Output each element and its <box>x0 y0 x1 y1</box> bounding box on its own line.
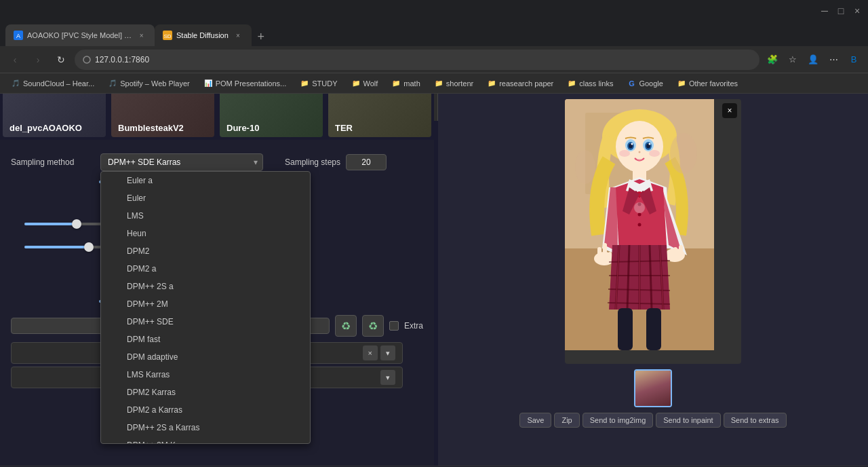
bookmark-study[interactable]: 📁 STUDY <box>294 77 342 90</box>
dropdown-item-dpm2akarras-label: DPM2 a Karras <box>127 405 182 415</box>
research-icon: 📁 <box>487 79 496 88</box>
tab-label-aoaoko: AOAOKO [PVC Style Model] - PV... <box>27 31 133 39</box>
save-button[interactable]: Save <box>519 413 551 428</box>
model-card-2[interactable]: BumblesteakV2 <box>111 94 214 137</box>
back-button[interactable]: ‹ <box>5 50 24 69</box>
sampling-method-list: Euler a Euler LMS <box>100 171 311 444</box>
dropdown-item-dpmadaptive[interactable]: DPM adaptive <box>101 348 310 366</box>
bookmark-spotify[interactable]: 🎵 Spotify – Web Player <box>102 77 195 90</box>
forward-button[interactable]: › <box>28 50 47 69</box>
bookmark-soundcloud-label: SoundCloud – Hear... <box>23 79 94 88</box>
extensions-icon[interactable]: 🧩 <box>764 51 781 69</box>
recycle-icon-btn[interactable]: ♻ <box>362 315 384 337</box>
thumbnail-1[interactable] <box>634 369 672 407</box>
expand-collapse-btn[interactable]: ▾ <box>380 345 395 360</box>
svg-point-50 <box>670 133 697 174</box>
bookmark-math[interactable]: 📁 math <box>386 77 425 90</box>
new-tab-button[interactable]: + <box>252 27 271 46</box>
bookmark-star-icon[interactable]: ☆ <box>784 51 802 69</box>
fix-slider[interactable] <box>24 219 106 229</box>
bookmark-wolf[interactable]: 📁 Wolf <box>346 77 384 90</box>
bookmark-spotify-label: Spotify – Web Player <box>120 79 190 88</box>
right-panel: × <box>438 94 868 466</box>
image-close-button[interactable]: × <box>722 103 737 118</box>
tab-close-sd[interactable]: × <box>233 30 243 41</box>
model-card-4[interactable]: TER <box>328 94 431 137</box>
dropdown-item-euler-a[interactable]: Euler a <box>101 172 310 189</box>
dropdown-item-dpmpp2sakarras[interactable]: DPM++ 2S a Karras <box>101 419 310 436</box>
address-bar[interactable]: 127.0.0.1:7860 <box>75 50 760 70</box>
dropdown-item-dpmpp2sa[interactable]: DPM++ 2S a <box>101 278 310 295</box>
dropdown-list-inner[interactable]: Euler a Euler LMS <box>101 172 310 443</box>
dropdown-item-dpmpp2mkarras[interactable]: DPM++ 2M Karras <box>101 436 310 443</box>
svg-point-49 <box>634 202 645 213</box>
tab-bar: A AOAOKO [PVC Style Model] - PV... × SD … <box>0 22 868 46</box>
svg-point-17 <box>631 143 633 145</box>
dropdown-item-dpmfast-label: DPM fast <box>127 335 160 344</box>
dropdown-item-dpmpp2sakarras-label: DPM++ 2S a Karras <box>127 423 199 432</box>
model-card-3[interactable]: Dure-10 <box>220 94 323 137</box>
svg-point-51 <box>575 150 595 184</box>
svg-rect-29 <box>603 243 607 261</box>
dropdown-item-dpmfast[interactable]: DPM fast <box>101 331 310 348</box>
bookmark-classlinks[interactable]: 📁 class links <box>561 77 618 90</box>
dropdown-item-dpmpp2m[interactable]: DPM++ 2M <box>101 295 310 313</box>
bookmark-google[interactable]: G Google <box>621 77 668 90</box>
close-window-button[interactable]: × <box>852 5 863 16</box>
google-icon: G <box>627 79 636 88</box>
collapse-icons: × ▾ <box>363 345 395 360</box>
character-image <box>565 99 714 350</box>
svg-text:SD: SD <box>163 33 171 39</box>
bookmark-shortenr[interactable]: 📁 shortenr <box>429 77 479 90</box>
spotify-icon: 🎵 <box>108 79 117 88</box>
dropdown-item-lmskarras-label: LMS Karras <box>127 370 170 379</box>
dropdown-item-dpm2[interactable]: DPM2 <box>101 242 310 260</box>
size-slider-left[interactable] <box>24 242 106 253</box>
tab-close-aoaoko[interactable]: × <box>137 30 146 41</box>
bookmark-research[interactable]: 📁 reasearch paper <box>481 77 559 90</box>
dropdown-item-euler[interactable]: Euler <box>101 189 310 207</box>
profile-icon[interactable]: 👤 <box>804 51 822 69</box>
model-card-2-label: BumblesteakV2 <box>118 123 184 133</box>
svg-point-10 <box>616 121 663 172</box>
bookmark-other[interactable]: 📁 Other favorites <box>671 77 743 90</box>
dropdown-item-dpm2karras-label: DPM2 Karras <box>127 388 176 397</box>
close-collapse-btn[interactable]: × <box>363 345 378 360</box>
dropdown-item-lmskarras[interactable]: LMS Karras <box>101 366 310 384</box>
bookmark-soundcloud[interactable]: 🎵 SoundCloud – Hear... <box>5 77 100 90</box>
dropdown-item-lms[interactable]: LMS <box>101 207 310 225</box>
dropdown-item-dpm2a[interactable]: DPM2 a <box>101 260 310 278</box>
refresh-button[interactable]: ↻ <box>52 50 71 69</box>
minimize-button[interactable]: ─ <box>819 5 830 16</box>
dropdown-item-dpm2-label: DPM2 <box>127 246 149 256</box>
tab-stable-diffusion[interactable]: SD Stable Diffusion × <box>155 24 252 46</box>
bing-icon[interactable]: B <box>845 51 863 69</box>
bookmark-math-label: math <box>403 79 420 88</box>
bookmark-pom[interactable]: 📊 POM Presentations... <box>198 77 292 90</box>
tab-aoaoko[interactable]: A AOAOKO [PVC Style Model] - PV... × <box>5 24 155 46</box>
send-to-inpaint-button[interactable]: Send to inpaint <box>656 413 720 428</box>
dropdown-item-dpmppsde-label: DPM++ SDE <box>127 317 174 326</box>
bookmark-shortenr-label: shortenr <box>446 79 473 88</box>
bookmark-study-label: STUDY <box>312 79 337 88</box>
maximize-button[interactable]: □ <box>835 5 846 16</box>
sampling-steps-value[interactable]: 20 <box>346 154 387 170</box>
extra-label: Extra <box>404 321 423 331</box>
sampling-method-dropdown[interactable]: DPM++ SDE Karras ▾ Euler a <box>100 153 263 171</box>
send-to-extras-button[interactable]: Send to extras <box>724 413 787 428</box>
menu-icon[interactable]: ⋯ <box>825 51 842 69</box>
dropdown-item-dpmpp2m-label: DPM++ 2M <box>127 299 168 309</box>
dice-icon-btn[interactable]: ♻ <box>335 315 357 337</box>
dropdown-item-dpmppsde[interactable]: DPM++ SDE <box>101 313 310 331</box>
extra-checkbox[interactable] <box>389 321 399 331</box>
send-to-img2img-button[interactable]: Send to img2img <box>583 413 654 428</box>
dropdown-item-dpm2akarras[interactable]: DPM2 a Karras <box>101 401 310 419</box>
model-card-1[interactable]: del_pvcAOAOKO <box>3 94 106 137</box>
zip-button[interactable]: Zip <box>554 413 579 428</box>
scripts-expand-btn[interactable]: ▾ <box>380 370 395 385</box>
svg-point-18 <box>649 143 651 145</box>
dropdown-item-heun[interactable]: Heun <box>101 225 310 242</box>
dropdown-item-dpm2a-label: DPM2 a <box>127 264 156 274</box>
tab-label-sd: Stable Diffusion <box>176 31 229 39</box>
dropdown-item-dpm2karras[interactable]: DPM2 Karras <box>101 384 310 401</box>
